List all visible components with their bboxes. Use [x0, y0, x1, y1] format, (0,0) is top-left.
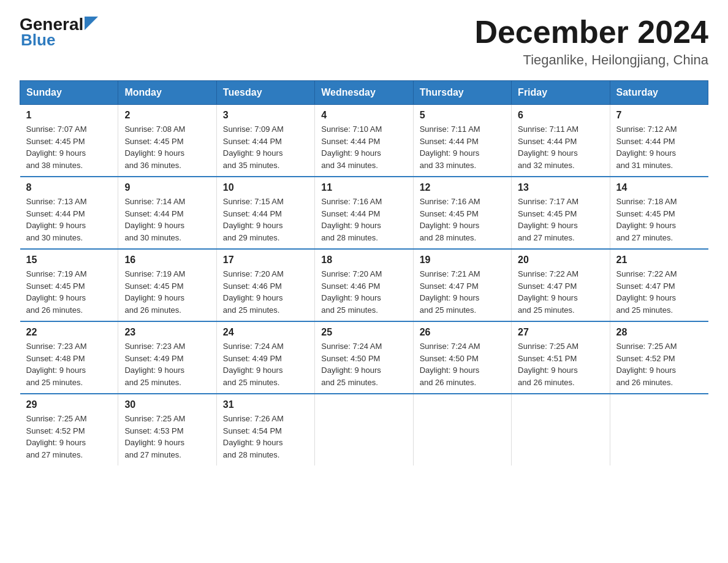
- day-cell: 25Sunrise: 7:24 AMSunset: 4:50 PMDayligh…: [315, 321, 413, 394]
- week-row-5: 29Sunrise: 7:25 AMSunset: 4:52 PMDayligh…: [20, 394, 708, 465]
- day-number: 29: [26, 399, 112, 410]
- col-thursday: Thursday: [413, 81, 511, 105]
- day-info: Sunrise: 7:24 AMSunset: 4:50 PMDaylight:…: [420, 340, 505, 388]
- day-number: 21: [616, 255, 702, 266]
- day-cell: 21Sunrise: 7:22 AMSunset: 4:47 PMDayligh…: [610, 249, 708, 321]
- day-cell: 18Sunrise: 7:20 AMSunset: 4:46 PMDayligh…: [315, 249, 413, 321]
- day-info: Sunrise: 7:14 AMSunset: 4:44 PMDaylight:…: [124, 196, 210, 243]
- day-number: 17: [223, 255, 308, 266]
- day-number: 5: [420, 110, 505, 121]
- day-info: Sunrise: 7:22 AMSunset: 4:47 PMDaylight:…: [518, 268, 603, 316]
- col-wednesday: Wednesday: [315, 81, 413, 105]
- day-number: 16: [124, 255, 210, 266]
- day-info: Sunrise: 7:20 AMSunset: 4:46 PMDaylight:…: [223, 268, 308, 316]
- day-number: 25: [321, 327, 406, 338]
- day-number: 4: [321, 110, 406, 121]
- day-cell: 7Sunrise: 7:12 AMSunset: 4:44 PMDaylight…: [610, 105, 708, 177]
- day-number: 20: [518, 255, 603, 266]
- day-cell: 20Sunrise: 7:22 AMSunset: 4:47 PMDayligh…: [512, 249, 610, 321]
- col-sunday: Sunday: [20, 81, 118, 105]
- day-number: 12: [420, 182, 505, 193]
- col-saturday: Saturday: [610, 81, 708, 105]
- day-number: 2: [124, 110, 210, 121]
- day-cell: 16Sunrise: 7:19 AMSunset: 4:45 PMDayligh…: [118, 249, 216, 321]
- day-number: 19: [420, 255, 505, 266]
- day-cell: [512, 394, 610, 465]
- logo: General Blue: [20, 15, 98, 50]
- day-info: Sunrise: 7:10 AMSunset: 4:44 PMDaylight:…: [321, 123, 406, 171]
- day-info: Sunrise: 7:20 AMSunset: 4:46 PMDaylight:…: [321, 268, 406, 316]
- day-info: Sunrise: 7:07 AMSunset: 4:45 PMDaylight:…: [26, 123, 112, 171]
- day-number: 24: [223, 327, 308, 338]
- day-info: Sunrise: 7:23 AMSunset: 4:48 PMDaylight:…: [26, 340, 112, 388]
- day-cell: 1Sunrise: 7:07 AMSunset: 4:45 PMDaylight…: [20, 105, 118, 177]
- day-number: 14: [616, 182, 702, 193]
- day-number: 10: [223, 182, 308, 193]
- col-monday: Monday: [118, 81, 216, 105]
- day-number: 8: [26, 182, 112, 193]
- svg-marker-0: [85, 17, 98, 30]
- day-info: Sunrise: 7:11 AMSunset: 4:44 PMDaylight:…: [518, 123, 603, 171]
- day-number: 23: [124, 327, 210, 338]
- day-cell: 27Sunrise: 7:25 AMSunset: 4:51 PMDayligh…: [512, 321, 610, 394]
- day-info: Sunrise: 7:24 AMSunset: 4:50 PMDaylight:…: [321, 340, 406, 388]
- day-number: 15: [26, 255, 112, 266]
- day-cell: [413, 394, 511, 465]
- day-cell: 8Sunrise: 7:13 AMSunset: 4:44 PMDaylight…: [20, 177, 118, 249]
- month-title: December 2024: [474, 15, 708, 50]
- day-cell: [610, 394, 708, 465]
- day-info: Sunrise: 7:19 AMSunset: 4:45 PMDaylight:…: [124, 268, 210, 316]
- day-info: Sunrise: 7:21 AMSunset: 4:47 PMDaylight:…: [420, 268, 505, 316]
- day-info: Sunrise: 7:24 AMSunset: 4:49 PMDaylight:…: [223, 340, 308, 388]
- day-number: 31: [223, 399, 308, 410]
- calendar-body: 1Sunrise: 7:07 AMSunset: 4:45 PMDaylight…: [20, 105, 708, 466]
- day-cell: 11Sunrise: 7:16 AMSunset: 4:44 PMDayligh…: [315, 177, 413, 249]
- day-info: Sunrise: 7:22 AMSunset: 4:47 PMDaylight:…: [616, 268, 702, 316]
- day-number: 18: [321, 255, 406, 266]
- header-row: Sunday Monday Tuesday Wednesday Thursday…: [20, 81, 708, 105]
- day-cell: 10Sunrise: 7:15 AMSunset: 4:44 PMDayligh…: [216, 177, 314, 249]
- day-info: Sunrise: 7:11 AMSunset: 4:44 PMDaylight:…: [420, 123, 505, 171]
- day-number: 28: [616, 327, 702, 338]
- day-info: Sunrise: 7:23 AMSunset: 4:49 PMDaylight:…: [124, 340, 210, 388]
- day-cell: 23Sunrise: 7:23 AMSunset: 4:49 PMDayligh…: [118, 321, 216, 394]
- day-cell: 2Sunrise: 7:08 AMSunset: 4:45 PMDaylight…: [118, 105, 216, 177]
- logo-blue-text: Blue: [21, 31, 55, 50]
- day-number: 11: [321, 182, 406, 193]
- day-cell: 31Sunrise: 7:26 AMSunset: 4:54 PMDayligh…: [216, 394, 314, 465]
- header: General Blue December 2024 Tieganlike, H…: [20, 15, 708, 68]
- day-number: 6: [518, 110, 603, 121]
- col-tuesday: Tuesday: [216, 81, 314, 105]
- day-cell: 14Sunrise: 7:18 AMSunset: 4:45 PMDayligh…: [610, 177, 708, 249]
- week-row-4: 22Sunrise: 7:23 AMSunset: 4:48 PMDayligh…: [20, 321, 708, 394]
- week-row-3: 15Sunrise: 7:19 AMSunset: 4:45 PMDayligh…: [20, 249, 708, 321]
- calendar-table: Sunday Monday Tuesday Wednesday Thursday…: [20, 80, 708, 465]
- day-cell: 12Sunrise: 7:16 AMSunset: 4:45 PMDayligh…: [413, 177, 511, 249]
- day-info: Sunrise: 7:18 AMSunset: 4:45 PMDaylight:…: [616, 196, 702, 243]
- day-number: 27: [518, 327, 603, 338]
- day-cell: 24Sunrise: 7:24 AMSunset: 4:49 PMDayligh…: [216, 321, 314, 394]
- logo-triangle-icon: [85, 17, 98, 30]
- day-cell: 19Sunrise: 7:21 AMSunset: 4:47 PMDayligh…: [413, 249, 511, 321]
- day-number: 7: [616, 110, 702, 121]
- day-cell: 3Sunrise: 7:09 AMSunset: 4:44 PMDaylight…: [216, 105, 314, 177]
- week-row-2: 8Sunrise: 7:13 AMSunset: 4:44 PMDaylight…: [20, 177, 708, 249]
- day-cell: [315, 394, 413, 465]
- day-cell: 5Sunrise: 7:11 AMSunset: 4:44 PMDaylight…: [413, 105, 511, 177]
- day-cell: 4Sunrise: 7:10 AMSunset: 4:44 PMDaylight…: [315, 105, 413, 177]
- day-cell: 22Sunrise: 7:23 AMSunset: 4:48 PMDayligh…: [20, 321, 118, 394]
- day-cell: 30Sunrise: 7:25 AMSunset: 4:53 PMDayligh…: [118, 394, 216, 465]
- day-info: Sunrise: 7:26 AMSunset: 4:54 PMDaylight:…: [223, 413, 308, 461]
- location-title: Tieganlike, Heilongjiang, China: [474, 52, 708, 68]
- day-info: Sunrise: 7:25 AMSunset: 4:52 PMDaylight:…: [26, 413, 112, 461]
- day-info: Sunrise: 7:16 AMSunset: 4:44 PMDaylight:…: [321, 196, 406, 243]
- day-number: 3: [223, 110, 308, 121]
- day-info: Sunrise: 7:13 AMSunset: 4:44 PMDaylight:…: [26, 196, 112, 243]
- day-info: Sunrise: 7:12 AMSunset: 4:44 PMDaylight:…: [616, 123, 702, 171]
- day-cell: 13Sunrise: 7:17 AMSunset: 4:45 PMDayligh…: [512, 177, 610, 249]
- day-cell: 6Sunrise: 7:11 AMSunset: 4:44 PMDaylight…: [512, 105, 610, 177]
- day-number: 1: [26, 110, 112, 121]
- day-cell: 15Sunrise: 7:19 AMSunset: 4:45 PMDayligh…: [20, 249, 118, 321]
- day-info: Sunrise: 7:19 AMSunset: 4:45 PMDaylight:…: [26, 268, 112, 316]
- day-info: Sunrise: 7:09 AMSunset: 4:44 PMDaylight:…: [223, 123, 308, 171]
